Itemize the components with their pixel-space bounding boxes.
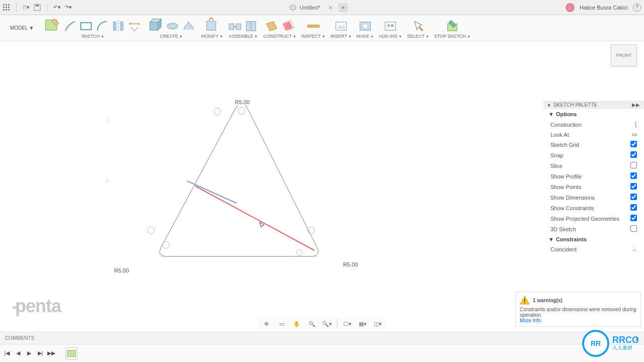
- plane-icon[interactable]: [265, 19, 279, 33]
- avatar[interactable]: [566, 3, 575, 12]
- palette-option-construction[interactable]: Construction⟨: [543, 119, 644, 130]
- workspace-selector[interactable]: MODEL▼: [10, 25, 34, 31]
- user-name[interactable]: Hatice Busra Cakici: [580, 5, 628, 11]
- create-sketch-icon[interactable]: [44, 17, 61, 33]
- palette-constraints-header[interactable]: ▼ Constraints: [543, 234, 644, 244]
- checkbox[interactable]: [630, 215, 637, 221]
- new-tab-button[interactable]: +: [339, 3, 348, 12]
- checkbox[interactable]: [630, 151, 637, 158]
- palette-option-sketch-grid[interactable]: Sketch Grid: [543, 139, 644, 150]
- mirror-tool-icon[interactable]: [111, 19, 125, 33]
- timeline-prev-icon[interactable]: ◀: [14, 349, 22, 357]
- select-icon[interactable]: [411, 19, 425, 33]
- ribbon-group-make: MAKE▼: [357, 17, 374, 39]
- extrude-icon[interactable]: [146, 17, 164, 33]
- expand-panel-icon[interactable]: ▶▶: [632, 102, 640, 108]
- timeline-next-icon[interactable]: ▶|: [36, 349, 44, 357]
- palette-option-show-profile[interactable]: Show Profile: [543, 171, 644, 182]
- ribbon-label-create[interactable]: CREATE▼: [160, 34, 183, 39]
- revolve-icon[interactable]: [166, 19, 180, 33]
- palette-option-label: 3D Sketch: [550, 226, 576, 232]
- dimension-left[interactable]: R5.00: [113, 267, 130, 274]
- help-icon[interactable]: ?: [633, 4, 641, 12]
- save-icon[interactable]: [34, 4, 41, 11]
- undo-icon[interactable]: ↶▾: [53, 4, 60, 11]
- ribbon-label-make[interactable]: MAKE▼: [357, 34, 374, 39]
- palette-option-3d-sketch[interactable]: 3D Sketch: [543, 224, 644, 234]
- rectangle-tool-icon[interactable]: [79, 19, 93, 33]
- palette-option-snap[interactable]: Snap: [543, 150, 644, 160]
- zoom-window-icon[interactable]: 🔍▾: [322, 319, 332, 329]
- palette-option-show-points[interactable]: Show Points: [543, 182, 644, 192]
- dimension-tool-icon[interactable]: [127, 19, 141, 33]
- checkbox[interactable]: [630, 172, 637, 179]
- close-tab-icon[interactable]: ×: [329, 4, 333, 12]
- palette-options-header[interactable]: ▼ Options: [543, 109, 644, 119]
- svg-rect-7: [6, 9, 7, 11]
- palette-constraint-coincident[interactable]: Coincident⊥: [543, 244, 644, 254]
- checkbox[interactable]: [630, 141, 637, 147]
- ribbon-label-assemble[interactable]: ASSEMBLE▼: [229, 34, 258, 39]
- make-icon[interactable]: [358, 19, 372, 33]
- svg-rect-14: [81, 23, 92, 30]
- measure-icon[interactable]: [306, 19, 320, 33]
- palette-option-show-projected-geometries[interactable]: Show Projected Geometries: [543, 213, 644, 224]
- timeline-end-icon[interactable]: ▶▶: [47, 349, 55, 357]
- joint-icon[interactable]: [244, 19, 258, 33]
- display-settings-icon[interactable]: 🖵▾: [343, 319, 353, 329]
- line-tool-icon[interactable]: [63, 19, 77, 33]
- checkbox[interactable]: [630, 162, 637, 168]
- palette-option-show-constraints[interactable]: Show Constraints: [543, 203, 644, 213]
- timeline-sketch-thumb[interactable]: [65, 347, 77, 359]
- svg-rect-11: [36, 5, 39, 7]
- ribbon-label-construct[interactable]: CONSTRUCT▼: [263, 34, 296, 39]
- checkbox[interactable]: [630, 183, 637, 190]
- ribbon-label-sketch[interactable]: SKETCH▼: [82, 34, 104, 39]
- palette-option-label: Construction: [550, 122, 582, 128]
- app-grid-icon[interactable]: [3, 4, 10, 11]
- warning-link[interactable]: More Info: [520, 318, 541, 323]
- dimension-top[interactable]: R5.00: [234, 99, 251, 105]
- construction-icon[interactable]: ⟨: [634, 121, 637, 128]
- assemble-icon[interactable]: [228, 19, 242, 33]
- addins-icon[interactable]: [383, 19, 397, 33]
- view-cube[interactable]: FRONT: [611, 44, 637, 66]
- checkbox[interactable]: [630, 225, 637, 232]
- press-pull-icon[interactable]: [203, 17, 220, 33]
- offset-plane-icon[interactable]: [281, 19, 295, 33]
- checkbox[interactable]: [630, 194, 637, 200]
- ribbon-label-inspect[interactable]: INSPECT▼: [301, 34, 326, 39]
- palette-option-show-dimensions[interactable]: Show Dimensions: [543, 192, 644, 203]
- stop-sketch-icon[interactable]: [445, 19, 459, 33]
- coincident-icon[interactable]: ⊥: [632, 246, 637, 252]
- look-at-icon[interactable]: ▭: [632, 131, 637, 138]
- palette-option-look-at[interactable]: Look At▭: [543, 130, 644, 139]
- ribbon-group-sketch: SKETCH▼: [44, 17, 141, 39]
- look-at-icon[interactable]: ▭: [277, 319, 287, 329]
- palette-header[interactable]: ● SKETCH PALETTE ▶▶: [543, 101, 644, 109]
- ribbon-label-addins[interactable]: ADD-INS▼: [379, 34, 402, 39]
- insert-icon[interactable]: [334, 19, 348, 33]
- comments-bar[interactable]: COMMENTS ●: [0, 332, 644, 344]
- redo-icon[interactable]: ↷▾: [64, 4, 71, 11]
- viewport-icon[interactable]: ◫▾: [373, 319, 383, 329]
- pin-icon[interactable]: ●: [547, 102, 550, 108]
- timeline-start-icon[interactable]: |◀: [3, 349, 11, 357]
- checkbox[interactable]: [630, 204, 637, 211]
- ribbon-label-select[interactable]: SELECT▼: [407, 34, 429, 39]
- svg-rect-9: [23, 6, 26, 9]
- document-tab[interactable]: Untitled* × +: [71, 3, 566, 12]
- orbit-icon[interactable]: ✥: [262, 319, 272, 329]
- ribbon-label-stop-sketch[interactable]: STOP SKETCH▼: [434, 34, 470, 39]
- ribbon-label-modify[interactable]: MODIFY▼: [201, 34, 223, 39]
- palette-option-slice[interactable]: Slice: [543, 160, 644, 171]
- timeline-play-icon[interactable]: ▶: [25, 349, 33, 357]
- sweep-icon[interactable]: [182, 19, 196, 33]
- zoom-icon[interactable]: 🔍: [307, 319, 317, 329]
- arc-tool-icon[interactable]: [95, 19, 109, 33]
- dimension-right[interactable]: R5.00: [342, 261, 359, 267]
- pan-icon[interactable]: ✋: [292, 319, 302, 329]
- file-icon[interactable]: ▾: [23, 4, 30, 11]
- grid-settings-icon[interactable]: ▦▾: [358, 319, 368, 329]
- ribbon-label-insert[interactable]: INSERT▼: [331, 34, 352, 39]
